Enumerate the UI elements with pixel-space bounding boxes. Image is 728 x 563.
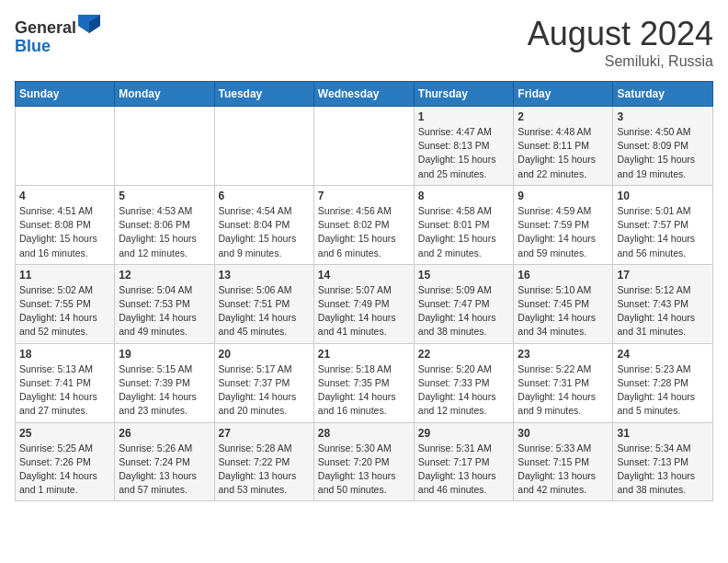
calendar-cell (115, 107, 214, 186)
day-content: Sunrise: 5:26 AMSunset: 7:24 PMDaylight:… (119, 442, 210, 498)
day-header-saturday: Saturday (613, 82, 713, 107)
day-header-tuesday: Tuesday (214, 82, 313, 107)
day-content: Sunrise: 5:09 AMSunset: 7:47 PMDaylight:… (418, 283, 510, 339)
day-content: Sunrise: 5:06 AMSunset: 7:51 PMDaylight:… (219, 283, 310, 339)
calendar-cell: 7Sunrise: 4:56 AMSunset: 8:02 PMDaylight… (313, 185, 414, 264)
calendar-cell (16, 107, 115, 186)
calendar-cell: 11Sunrise: 5:02 AMSunset: 7:55 PMDayligh… (16, 264, 115, 343)
title-block: August 2024 Semiluki, Russia (528, 15, 713, 70)
logo: General Blue (15, 15, 100, 56)
week-row-3: 11Sunrise: 5:02 AMSunset: 7:55 PMDayligh… (16, 264, 713, 343)
day-content: Sunrise: 5:15 AMSunset: 7:39 PMDaylight:… (119, 362, 210, 419)
calendar-cell: 9Sunrise: 4:59 AMSunset: 7:59 PMDaylight… (514, 185, 613, 264)
calendar-cell: 29Sunrise: 5:31 AMSunset: 7:17 PMDayligh… (414, 422, 514, 501)
day-content: Sunrise: 5:02 AMSunset: 7:55 PMDaylight:… (19, 283, 110, 339)
day-number: 19 (119, 348, 210, 361)
calendar-cell: 27Sunrise: 5:28 AMSunset: 7:22 PMDayligh… (214, 422, 313, 501)
calendar-cell: 21Sunrise: 5:18 AMSunset: 7:35 PMDayligh… (313, 343, 414, 422)
day-content: Sunrise: 4:51 AMSunset: 8:08 PMDaylight:… (19, 204, 110, 260)
calendar-cell: 22Sunrise: 5:20 AMSunset: 7:33 PMDayligh… (414, 343, 514, 422)
calendar-cell: 26Sunrise: 5:26 AMSunset: 7:24 PMDayligh… (115, 422, 214, 501)
calendar-cell: 10Sunrise: 5:01 AMSunset: 7:57 PMDayligh… (613, 185, 713, 264)
calendar-cell: 24Sunrise: 5:23 AMSunset: 7:28 PMDayligh… (613, 343, 713, 422)
day-number: 21 (318, 348, 410, 361)
calendar-cell: 15Sunrise: 5:09 AMSunset: 7:47 PMDayligh… (414, 264, 514, 343)
day-headers-row: SundayMondayTuesdayWednesdayThursdayFrid… (16, 82, 713, 107)
day-number: 15 (418, 269, 510, 282)
day-number: 31 (617, 427, 709, 440)
day-number: 23 (518, 348, 609, 361)
week-row-4: 18Sunrise: 5:13 AMSunset: 7:41 PMDayligh… (16, 343, 713, 422)
day-number: 18 (19, 348, 110, 361)
day-content: Sunrise: 5:18 AMSunset: 7:35 PMDaylight:… (318, 362, 410, 419)
calendar-cell: 3Sunrise: 4:50 AMSunset: 8:09 PMDaylight… (613, 107, 713, 186)
day-content: Sunrise: 5:25 AMSunset: 7:26 PMDaylight:… (19, 442, 110, 498)
day-content: Sunrise: 4:59 AMSunset: 7:59 PMDaylight:… (518, 204, 609, 260)
day-content: Sunrise: 5:12 AMSunset: 7:43 PMDaylight:… (617, 283, 709, 339)
day-number: 24 (617, 348, 709, 361)
day-content: Sunrise: 5:30 AMSunset: 7:20 PMDaylight:… (318, 442, 410, 498)
calendar-cell: 28Sunrise: 5:30 AMSunset: 7:20 PMDayligh… (313, 422, 414, 501)
day-number: 16 (518, 269, 609, 282)
day-content: Sunrise: 5:13 AMSunset: 7:41 PMDaylight:… (19, 362, 110, 419)
calendar-location: Semiluki, Russia (528, 53, 713, 70)
calendar-cell: 4Sunrise: 4:51 AMSunset: 8:08 PMDaylight… (16, 185, 115, 264)
day-content: Sunrise: 4:54 AMSunset: 8:04 PMDaylight:… (219, 204, 310, 260)
calendar-cell: 20Sunrise: 5:17 AMSunset: 7:37 PMDayligh… (214, 343, 313, 422)
day-number: 28 (318, 427, 410, 440)
day-header-monday: Monday (115, 82, 214, 107)
calendar-cell: 17Sunrise: 5:12 AMSunset: 7:43 PMDayligh… (613, 264, 713, 343)
logo-icon (78, 15, 100, 33)
logo-general: General (15, 18, 76, 37)
calendar-table: SundayMondayTuesdayWednesdayThursdayFrid… (15, 81, 713, 501)
day-number: 3 (617, 110, 709, 123)
calendar-cell: 30Sunrise: 5:33 AMSunset: 7:15 PMDayligh… (514, 422, 613, 501)
day-number: 14 (318, 269, 410, 282)
calendar-cell: 25Sunrise: 5:25 AMSunset: 7:26 PMDayligh… (16, 422, 115, 501)
week-row-5: 25Sunrise: 5:25 AMSunset: 7:26 PMDayligh… (16, 422, 713, 501)
day-number: 22 (418, 348, 510, 361)
calendar-cell: 1Sunrise: 4:47 AMSunset: 8:13 PMDaylight… (414, 107, 514, 186)
day-number: 12 (119, 269, 210, 282)
calendar-cell: 8Sunrise: 4:58 AMSunset: 8:01 PMDaylight… (414, 185, 514, 264)
day-number: 25 (19, 427, 110, 440)
day-number: 9 (518, 190, 609, 202)
calendar-cell: 14Sunrise: 5:07 AMSunset: 7:49 PMDayligh… (313, 264, 414, 343)
day-number: 17 (617, 269, 709, 282)
page-header: General Blue August 2024 Semiluki, Russi… (15, 15, 713, 70)
day-content: Sunrise: 5:10 AMSunset: 7:45 PMDaylight:… (518, 283, 609, 339)
day-content: Sunrise: 5:22 AMSunset: 7:31 PMDaylight:… (518, 362, 609, 419)
calendar-cell: 12Sunrise: 5:04 AMSunset: 7:53 PMDayligh… (115, 264, 214, 343)
day-number: 13 (219, 269, 310, 282)
day-content: Sunrise: 5:01 AMSunset: 7:57 PMDaylight:… (617, 204, 709, 260)
day-content: Sunrise: 5:07 AMSunset: 7:49 PMDaylight:… (318, 283, 410, 339)
day-content: Sunrise: 5:20 AMSunset: 7:33 PMDaylight:… (418, 362, 510, 419)
calendar-cell (313, 107, 414, 186)
day-number: 11 (19, 269, 110, 282)
day-content: Sunrise: 5:34 AMSunset: 7:13 PMDaylight:… (617, 442, 709, 498)
day-number: 8 (418, 190, 510, 202)
day-number: 5 (119, 190, 210, 202)
day-content: Sunrise: 5:23 AMSunset: 7:28 PMDaylight:… (617, 362, 709, 419)
day-number: 7 (318, 190, 410, 202)
day-number: 4 (19, 190, 110, 202)
day-content: Sunrise: 4:58 AMSunset: 8:01 PMDaylight:… (418, 204, 510, 260)
calendar-cell: 16Sunrise: 5:10 AMSunset: 7:45 PMDayligh… (514, 264, 613, 343)
day-content: Sunrise: 4:56 AMSunset: 8:02 PMDaylight:… (318, 204, 410, 260)
calendar-cell (214, 107, 313, 186)
day-header-sunday: Sunday (16, 82, 115, 107)
calendar-title: August 2024 (528, 15, 713, 53)
day-content: Sunrise: 5:28 AMSunset: 7:22 PMDaylight:… (219, 442, 310, 498)
day-number: 1 (418, 110, 510, 123)
day-number: 30 (518, 427, 609, 440)
calendar-cell: 19Sunrise: 5:15 AMSunset: 7:39 PMDayligh… (115, 343, 214, 422)
day-number: 20 (219, 348, 310, 361)
day-number: 26 (119, 427, 210, 440)
calendar-cell: 18Sunrise: 5:13 AMSunset: 7:41 PMDayligh… (16, 343, 115, 422)
day-content: Sunrise: 5:04 AMSunset: 7:53 PMDaylight:… (119, 283, 210, 339)
calendar-cell: 2Sunrise: 4:48 AMSunset: 8:11 PMDaylight… (514, 107, 613, 186)
day-content: Sunrise: 4:50 AMSunset: 8:09 PMDaylight:… (617, 125, 709, 181)
day-header-friday: Friday (514, 82, 613, 107)
day-number: 27 (219, 427, 310, 440)
day-content: Sunrise: 5:33 AMSunset: 7:15 PMDaylight:… (518, 442, 609, 498)
